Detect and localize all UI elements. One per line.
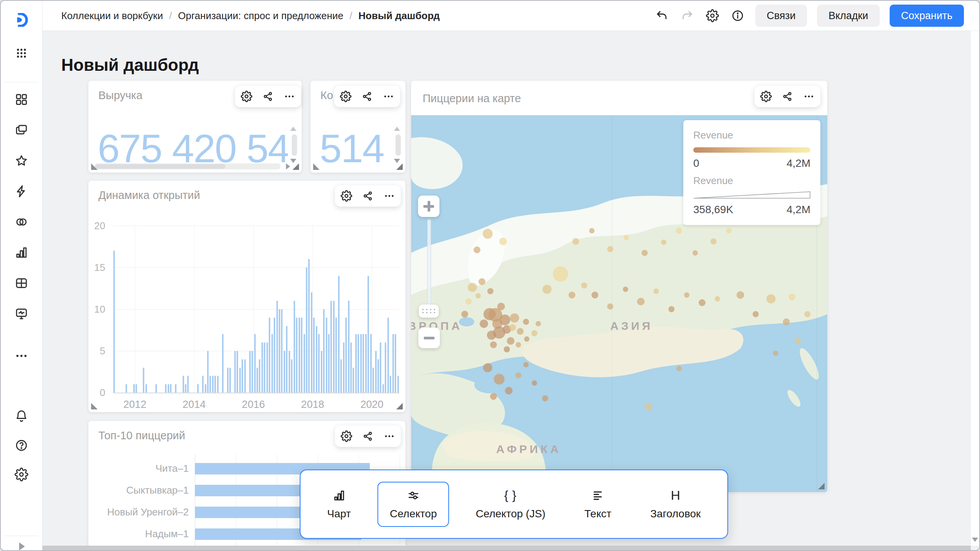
scroll-down-icon[interactable] [290, 159, 296, 163]
map-point [483, 229, 493, 239]
widget-links-icon[interactable] [362, 430, 374, 442]
widget-toolbar [235, 86, 301, 107]
info-icon[interactable] [730, 8, 745, 23]
sidebar-item-all-objects[interactable] [13, 91, 30, 108]
breadcrumb-separator: / [169, 10, 172, 22]
map-point [645, 403, 652, 411]
widget-settings-icon[interactable] [760, 90, 772, 103]
breadcrumb-workbook[interactable]: Организации: спрос и предложение [178, 10, 343, 22]
page-vertical-scrollbar[interactable] [970, 31, 979, 546]
help-icon[interactable] [13, 437, 30, 454]
map-zoom-out-button[interactable] [418, 328, 440, 348]
widget-links-icon[interactable] [361, 90, 373, 103]
expand-sidebar-icon[interactable] [13, 538, 30, 551]
count-value: 514 [320, 126, 392, 171]
panel-item-selector[interactable]: Селектор [377, 482, 449, 527]
notifications-bell-icon[interactable] [13, 407, 30, 424]
widget-menu-icon[interactable] [803, 90, 815, 103]
widget-settings-icon[interactable] [240, 90, 253, 103]
scroll-up-icon[interactable] [290, 127, 296, 131]
sidebar [1, 1, 42, 550]
braces-icon: { } [504, 489, 518, 502]
map-point [624, 235, 629, 240]
widget-links-icon[interactable] [262, 90, 274, 103]
axis-tick-label: 0 [90, 387, 105, 399]
datalens-logo[interactable] [13, 11, 30, 28]
widget-links-icon[interactable] [781, 90, 794, 103]
links-button[interactable]: Связи [755, 5, 807, 27]
dynamics-x-axis: 20122014201620182020 [113, 181, 399, 412]
map-point [479, 278, 485, 285]
map-point [607, 303, 613, 310]
widget-toolbar [334, 86, 400, 107]
panel-item-selector-js[interactable]: { } Селектор (JS) [464, 482, 558, 527]
widget-menu-icon[interactable] [383, 430, 395, 442]
undo-icon[interactable] [654, 8, 670, 23]
sidebar-item-dashboards[interactable] [13, 305, 30, 322]
widget-toolbar [335, 425, 401, 447]
widget-links-icon[interactable] [362, 190, 374, 202]
dashboard-canvas: Новый дашборд Выручка 675 420 549 Ко [42, 31, 979, 550]
axis-tick-label: 2020 [356, 399, 387, 411]
resize-handle[interactable] [91, 403, 98, 409]
breadcrumb-collections[interactable]: Коллекции и воркбуки [61, 10, 163, 22]
widget-menu-icon[interactable] [283, 90, 296, 103]
sidebar-item-charts[interactable] [13, 244, 30, 261]
map-point [517, 328, 524, 335]
map-point [773, 350, 778, 356]
map-point [494, 374, 505, 385]
resize-handle[interactable] [292, 163, 299, 170]
map-point [783, 318, 790, 325]
map-point [532, 380, 537, 386]
axis-tick-label: 2012 [119, 399, 150, 411]
sidebar-item-tables[interactable] [13, 275, 30, 292]
map-point [642, 250, 648, 256]
widget-settings-icon[interactable] [340, 90, 352, 103]
sidebar-item-datasets[interactable] [13, 214, 30, 230]
sidebar-item-favorites[interactable] [13, 152, 30, 169]
widget-settings-icon[interactable] [340, 430, 353, 442]
panel-item-chart[interactable]: Чарт [315, 482, 363, 527]
map-point [487, 288, 493, 294]
sidebar-item-collections[interactable] [13, 122, 30, 139]
resize-handle[interactable] [396, 163, 403, 170]
scroll-down-icon[interactable] [394, 159, 400, 163]
widget-settings-icon[interactable] [340, 190, 353, 202]
sidebar-more-icon[interactable] [13, 347, 30, 364]
sidebar-item-connections[interactable] [13, 183, 30, 200]
category-label: Чита–1 [98, 463, 195, 474]
panel-item-heading[interactable]: H Заголовок [638, 482, 713, 527]
scroll-up-icon[interactable] [394, 127, 400, 131]
save-button[interactable]: Сохранить [890, 5, 964, 27]
resize-handle[interactable] [396, 403, 403, 409]
map-point [499, 238, 507, 245]
app-window: Коллекции и воркбуки / Организации: спро… [0, 0, 980, 551]
scrollbar-thumb[interactable] [395, 134, 401, 156]
horizontal-scrollbar[interactable] [95, 163, 281, 170]
resize-handle[interactable] [91, 163, 98, 170]
widget-menu-icon[interactable] [382, 90, 395, 103]
map-point [466, 298, 472, 305]
settings-gear-icon[interactable] [13, 466, 30, 483]
widget-title: Топ-10 пиццерий [98, 429, 185, 442]
scroll-down-icon[interactable] [972, 538, 978, 542]
map-zoom-handle[interactable] [419, 305, 439, 318]
tabs-button[interactable]: Вкладки [817, 5, 880, 27]
map-point [661, 240, 666, 245]
scrollbar-thumb[interactable] [95, 164, 225, 169]
scrollbar-thumb[interactable] [292, 134, 297, 156]
map-point [504, 346, 510, 352]
apps-grid-icon[interactable] [13, 45, 30, 62]
page-horizontal-scrollbar[interactable] [42, 546, 971, 550]
resize-handle[interactable] [818, 483, 825, 489]
resize-handle[interactable] [313, 163, 320, 170]
map-zoom-in-button[interactable] [418, 196, 439, 217]
map-zoom-slider[interactable] [427, 219, 431, 306]
widget-title: Выручка [98, 89, 142, 102]
panel-item-text[interactable]: Текст [572, 482, 624, 527]
scroll-right-icon[interactable] [286, 163, 290, 170]
legend-size-label: Revenue [693, 175, 810, 187]
widget-menu-icon[interactable] [383, 190, 395, 202]
dashboard-settings-icon[interactable] [705, 8, 720, 23]
map-point [500, 315, 510, 325]
